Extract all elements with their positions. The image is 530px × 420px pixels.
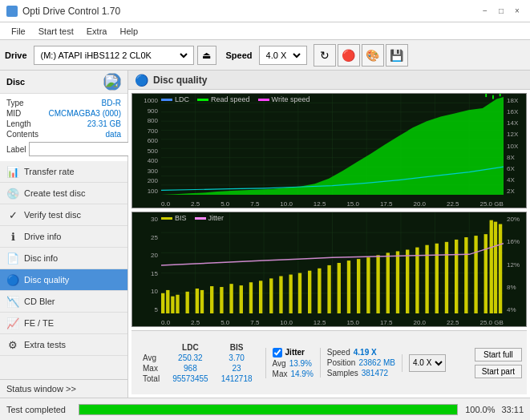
save-button[interactable]: 💾 xyxy=(386,44,408,67)
create-test-disc-label: Create test disc xyxy=(24,188,85,198)
svg-rect-65 xyxy=(406,250,409,313)
maximize-button[interactable]: □ xyxy=(495,5,508,18)
yr2-12: 12% xyxy=(505,261,526,269)
verify-test-disc-label: Verify test disc xyxy=(24,210,81,220)
speed-test-select[interactable]: 4.0 X xyxy=(409,354,446,372)
menu-extra[interactable]: Extra xyxy=(80,25,114,38)
yr2-4: 4% xyxy=(505,306,526,313)
svg-rect-43 xyxy=(196,289,199,313)
total-label: Total xyxy=(136,374,166,384)
svg-rect-76 xyxy=(499,224,502,313)
refresh-button[interactable]: ↻ xyxy=(314,44,336,67)
position-value: 23862 MB xyxy=(358,358,395,367)
status-text: Test completed xyxy=(6,405,66,414)
x2-100: 10.0 xyxy=(280,319,293,326)
ldc-legend-color xyxy=(161,99,172,101)
speed-select[interactable]: 4.0 X xyxy=(263,50,303,61)
x2-75: 7.5 xyxy=(250,319,259,326)
y1-300: 300 xyxy=(132,168,160,175)
jitter-legend: Jitter xyxy=(195,214,225,222)
jitter-avg-label: Avg xyxy=(273,359,286,368)
position-label: Position xyxy=(327,358,356,367)
svg-rect-50 xyxy=(259,281,262,313)
write-speed-legend-label: Write speed xyxy=(272,95,310,103)
drive-select-wrapper[interactable]: (M:) ATAPI iHBS112 2 CL0K xyxy=(34,46,194,65)
x1-225: 22.5 xyxy=(447,200,459,208)
svg-rect-75 xyxy=(494,222,497,313)
chart1-container: LDC Read speed Write speed xyxy=(131,93,527,208)
sidebar-item-drive-info[interactable]: ℹ Drive info xyxy=(0,226,127,248)
yr1-18x: 18X xyxy=(505,97,526,104)
x2-50: 5.0 xyxy=(220,319,229,326)
sidebar-item-extra-tests[interactable]: ⚙ Extra tests xyxy=(0,334,127,356)
minimize-button[interactable]: − xyxy=(479,5,492,18)
speed-label: Speed xyxy=(226,50,253,60)
x2-125: 12.5 xyxy=(314,319,326,326)
app-title: Opti Drive Control 1.70 xyxy=(22,6,120,17)
svg-rect-41 xyxy=(176,295,179,313)
menu-file[interactable]: File xyxy=(5,25,32,38)
sidebar-item-create-test-disc[interactable]: 💿 Create test disc xyxy=(0,183,127,204)
disc-length-row: Length 23.31 GB xyxy=(6,119,121,128)
disc-quality-header-icon: 🔵 xyxy=(135,74,148,87)
status-window-label: Status window >> xyxy=(6,384,76,394)
verify-test-disc-icon: ✓ xyxy=(6,208,19,221)
x1-250: 25.0 GB xyxy=(480,200,504,208)
disc-label-row: Label ⭐ xyxy=(6,142,121,156)
menu-help[interactable]: Help xyxy=(113,25,144,38)
disc-info-icon: 📄 xyxy=(6,252,19,265)
x1-50: 5.0 xyxy=(220,200,229,208)
jitter-checkbox[interactable] xyxy=(273,348,282,357)
svg-rect-39 xyxy=(166,290,169,313)
svg-rect-74 xyxy=(490,220,493,313)
menu-start-test[interactable]: Start test xyxy=(32,25,80,38)
svg-rect-58 xyxy=(338,263,341,313)
drive-select[interactable]: (M:) ATAPI iHBS112 2 CL0K xyxy=(38,50,190,61)
x2-150: 15.0 xyxy=(346,319,359,326)
jitter-avg-row: Avg 13.9% xyxy=(273,359,314,368)
disc-length-label: Length xyxy=(6,119,31,128)
close-button[interactable]: × xyxy=(511,5,524,18)
ldc-legend-label: LDC xyxy=(175,95,189,103)
x1-100: 10.0 xyxy=(280,200,293,208)
ldc-avg: 250.32 xyxy=(166,353,215,363)
y1-600: 600 xyxy=(132,137,160,144)
disc-label-input[interactable] xyxy=(29,142,136,156)
statusbar: Test completed 100.0% 33:11 xyxy=(0,398,530,420)
x1-175: 17.5 xyxy=(380,200,393,208)
jitter-legend-color xyxy=(195,217,206,220)
speed-select-wrapper[interactable]: 4.0 X xyxy=(259,46,307,65)
drive-info-icon: ℹ xyxy=(6,230,19,243)
burn-button[interactable]: 🔴 xyxy=(338,44,360,67)
sidebar-item-cd-bler[interactable]: 📉 CD Bler xyxy=(0,291,127,313)
y1-100: 100 xyxy=(132,188,160,195)
chart2-y-left: 30 25 20 15 10 5 xyxy=(132,216,160,313)
x1-0: 0.0 xyxy=(161,200,170,208)
sidebar-item-fe-te[interactable]: 📈 FE / TE xyxy=(0,313,127,334)
samples-row: Samples 381472 xyxy=(327,369,395,378)
svg-rect-44 xyxy=(200,290,204,313)
extra-tests-label: Extra tests xyxy=(24,340,66,349)
disc-mid-label: MID xyxy=(6,109,21,118)
sidebar-item-verify-test-disc[interactable]: ✓ Verify test disc xyxy=(0,204,127,226)
y2-10: 10 xyxy=(132,288,160,295)
sidebar-item-disc-quality[interactable]: 🔵 Disc quality xyxy=(0,269,127,291)
y1-1000: 1000 xyxy=(132,97,160,104)
eject-button[interactable]: ⏏ xyxy=(197,46,216,65)
transfer-rate-icon: 📊 xyxy=(6,165,19,178)
start-part-button[interactable]: Start part xyxy=(475,365,522,378)
time-display: 33:11 xyxy=(501,405,524,414)
start-full-button[interactable]: Start full xyxy=(475,348,522,361)
color-button[interactable]: 🎨 xyxy=(362,44,384,67)
fe-te-label: FE / TE xyxy=(24,318,54,328)
jitter-max-value: 14.9% xyxy=(290,370,313,378)
menubar: File Start test Extra Help xyxy=(0,22,530,40)
yr1-4x: 4X xyxy=(505,176,526,184)
sidebar-item-transfer-rate[interactable]: 📊 Transfer rate xyxy=(0,161,127,183)
y2-25: 25 xyxy=(132,234,160,241)
x1-150: 15.0 xyxy=(346,200,359,208)
svg-rect-69 xyxy=(445,242,448,313)
write-speed-legend: Write speed xyxy=(258,95,310,103)
sidebar-item-disc-info[interactable]: 📄 Disc info xyxy=(0,248,127,269)
status-window-button[interactable]: Status window >> xyxy=(0,379,127,398)
